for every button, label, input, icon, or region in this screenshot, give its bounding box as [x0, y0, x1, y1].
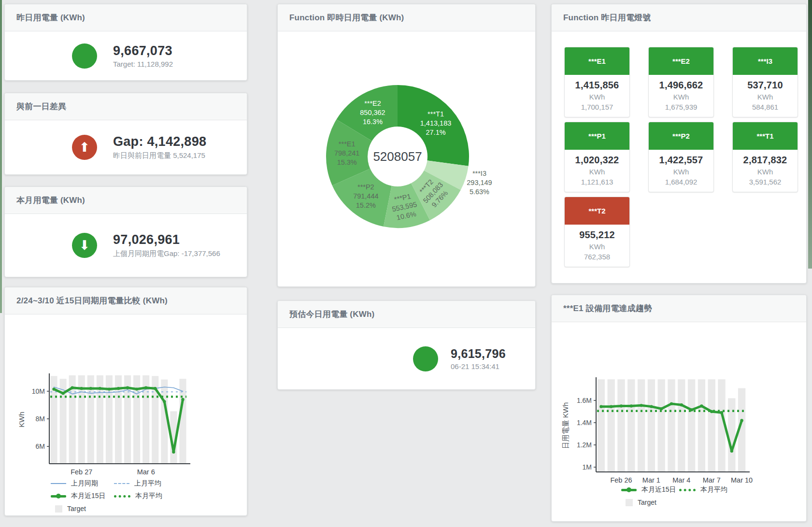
- legend-item-this-month-avg[interactable]: 本月平均: [114, 492, 162, 500]
- panel-title: 本月用電量 (KWh): [5, 187, 247, 214]
- status-card-e2: ***E2 1,496,662 KWh 1,675,939: [648, 47, 714, 117]
- status-card-target: 3,591,562: [735, 178, 796, 186]
- panel-day-gap: 與前一日差異 ⬆ Gap: 4,142,898 昨日與前日用電量 5,524,1…: [4, 93, 247, 175]
- status-card-target: 1,675,939: [651, 103, 712, 111]
- panel-month-usage: 本月用電量 (KWh) ⬇ 97,026,961 上個月同期用電Gap: -17…: [4, 186, 247, 277]
- status-card-value: 1,422,557: [651, 155, 712, 166]
- status-card-i3: ***I3 537,710 KWh 584,861: [732, 47, 798, 117]
- left-edge-decoration: [0, 0, 2, 313]
- legend-item-last-month[interactable]: 上月同期: [51, 479, 114, 488]
- legend-item-target[interactable]: Target: [621, 499, 656, 506]
- status-card-t1: ***T1 2,817,832 KWh 3,591,562: [732, 122, 798, 192]
- svg-text:8M: 8M: [36, 415, 45, 423]
- svg-text:***I3293,1495.63%: ***I3293,1495.63%: [467, 170, 492, 196]
- day-gap-value: Gap: 4,142,898: [113, 134, 206, 149]
- svg-text:1M: 1M: [583, 463, 592, 471]
- status-card-value: 1,496,662: [651, 80, 712, 91]
- panel-status-lights: Function 昨日用電燈號 ***E1 1,415,856 KWh 1,70…: [551, 4, 807, 284]
- svg-text:Mar 10: Mar 10: [731, 476, 753, 484]
- green-line-icon: [621, 489, 637, 491]
- green-dotted-line-icon: [114, 495, 130, 498]
- svg-text:KWh: KWh: [17, 412, 26, 427]
- legend-item-last-month-avg[interactable]: 上月平均: [114, 479, 161, 488]
- svg-text:日用電量 KWh: 日用電量 KWh: [561, 402, 570, 449]
- legend-item-this-month-avg[interactable]: 本月平均: [679, 485, 727, 494]
- legend-label: 本月平均: [135, 492, 162, 500]
- svg-text:Feb 27: Feb 27: [71, 468, 92, 476]
- status-card-unit: KWh: [567, 93, 627, 101]
- svg-text:1.4M: 1.4M: [577, 419, 592, 427]
- e1-trend-chart[interactable]: 1M1.2M1.4M1.6MFeb 26Mar 1Mar 4Mar 7Mar 1…: [552, 322, 806, 489]
- compare-legend: 上月同期 上月平均 本月近15日 本月平均: [51, 477, 162, 515]
- arrow-down-icon: ⬇: [72, 233, 97, 258]
- svg-text:5208057: 5208057: [373, 149, 422, 164]
- panel-realtime-donut: Function 即時日用電量 (KWh) ***T11,413,18327.1…: [277, 4, 536, 287]
- status-card-header: ***E1: [565, 47, 629, 75]
- status-card-target: 584,861: [735, 103, 796, 111]
- legend-item-this-month[interactable]: 本月近15日: [51, 492, 114, 500]
- yesterday-usage-value: 9,667,073: [113, 43, 173, 58]
- blue-line-icon: [51, 483, 66, 484]
- svg-text:10M: 10M: [32, 387, 45, 395]
- status-card-header: ***P1: [565, 122, 629, 150]
- gray-square-icon: [626, 499, 633, 506]
- status-card-header: ***T1: [733, 122, 798, 150]
- status-card-header: ***T2: [565, 197, 629, 225]
- estimate-timestamp: 06-21 15:34:41: [451, 362, 506, 370]
- panel-estimate-today: 預估今日用電量 (KWh) 9,615,796 06-21 15:34:41: [277, 300, 536, 390]
- legend-label: 本月平均: [700, 485, 727, 494]
- estimate-value: 9,615,796: [451, 347, 506, 361]
- stat-row: 9,615,796 06-21 15:34:41: [278, 328, 535, 389]
- panel-title: 與前一日差異: [5, 93, 247, 120]
- status-card-value: 955,212: [567, 229, 627, 241]
- legend-label: 本月近15日: [641, 485, 676, 494]
- svg-text:Mar 4: Mar 4: [672, 476, 690, 484]
- status-card-unit: KWh: [567, 242, 627, 251]
- arrow-up-glyph: ⬆: [79, 141, 90, 154]
- green-line-icon: [51, 495, 66, 498]
- svg-text:6M: 6M: [36, 442, 45, 450]
- legend-label: 本月近15日: [71, 492, 106, 500]
- blue-dashed-line-icon: [114, 483, 129, 484]
- svg-text:1.6M: 1.6M: [577, 397, 592, 404]
- status-card-target: 1,684,092: [651, 178, 712, 186]
- realtime-donut-chart[interactable]: ***T11,413,18327.1%***I3293,1495.63%***T…: [278, 31, 535, 286]
- svg-text:Mar 7: Mar 7: [703, 476, 721, 484]
- status-circle-icon: [72, 43, 97, 69]
- panel-yesterday-usage: 昨日用電量 (KWh) 9,667,073 Target: 11,128,992: [4, 4, 247, 81]
- svg-text:1.2M: 1.2M: [577, 441, 592, 449]
- status-card-header: ***E2: [649, 47, 713, 75]
- status-card-unit: KWh: [567, 168, 627, 176]
- legend-label: 上月同期: [71, 479, 98, 488]
- status-card-value: 1,415,856: [567, 80, 627, 91]
- stat-row: ⬇ 97,026,961 上個月同期用電Gap: -17,377,566: [5, 214, 247, 277]
- status-card-target: 1,121,613: [567, 178, 627, 186]
- svg-text:Mar 1: Mar 1: [642, 476, 660, 484]
- status-card-unit: KWh: [735, 168, 796, 176]
- svg-text:Mar 6: Mar 6: [137, 468, 155, 476]
- green-dotted-line-icon: [679, 489, 696, 491]
- status-card-t2: ***T2 955,212 KWh 762,358: [564, 197, 630, 267]
- status-circle-icon: [413, 346, 438, 371]
- compare-chart[interactable]: 6M8M10MFeb 27Mar 6KWh: [5, 314, 247, 481]
- month-usage-gap: 上個月同期用電Gap: -17,377,566: [113, 249, 220, 258]
- panel-compare-chart: 2/24~3/10 近15日同期用電量比較 (KWh) 6M8M10MFeb 2…: [4, 287, 247, 516]
- panel-title: Function 昨日用電燈號: [552, 4, 806, 31]
- status-card-target: 1,700,157: [567, 103, 627, 111]
- trend-legend: 本月近15日 本月平均 Target: [621, 484, 727, 509]
- status-card-header: ***P2: [649, 122, 713, 150]
- right-edge-decoration: [808, 0, 812, 269]
- status-card-p2: ***P2 1,422,557 KWh 1,684,092: [648, 122, 714, 192]
- legend-item-this-month[interactable]: 本月近15日: [621, 485, 679, 494]
- stat-row: ⬆ Gap: 4,142,898 昨日與前日用電量 5,524,175: [5, 120, 247, 174]
- panel-title: 2/24~3/10 近15日同期用電量比較 (KWh): [5, 287, 247, 314]
- status-card-e1: ***E1 1,415,856 KWh 1,700,157: [564, 47, 630, 117]
- dashboard: { "colors":{"green":"#2f9e38","red":"#bf…: [0, 0, 812, 527]
- month-usage-value: 97,026,961: [113, 232, 220, 247]
- status-card-p1: ***P1 1,020,322 KWh 1,121,613: [564, 122, 630, 192]
- status-card-unit: KWh: [651, 93, 712, 101]
- status-card-unit: KWh: [651, 168, 712, 176]
- legend-item-target[interactable]: Target: [51, 505, 86, 513]
- yesterday-usage-target: Target: 11,128,992: [113, 60, 173, 68]
- status-card-unit: KWh: [735, 93, 796, 101]
